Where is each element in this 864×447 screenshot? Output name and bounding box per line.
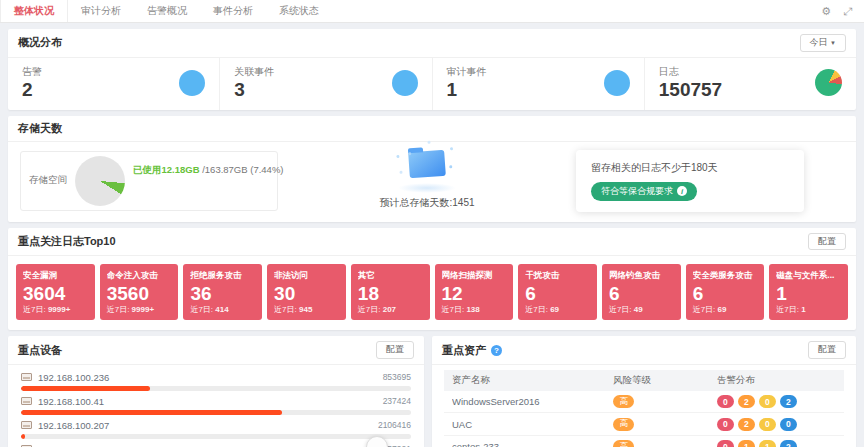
assets-title: 重点资产 (442, 343, 486, 358)
help-icon[interactable]: ? (491, 345, 502, 356)
tab-audit-analysis[interactable]: 审计分析 (68, 0, 134, 22)
log-type-name: 网络扫描探测 (442, 270, 507, 282)
top10-logs-card: 重点关注日志Top10 配置 安全漏洞 3604 近7日: 9999+ 命令注入… (8, 228, 856, 331)
log-top-card[interactable]: 网络钓鱼攻击 6 近7日: 49 (602, 264, 681, 320)
device-bar-track (21, 410, 411, 415)
alarm-badge-high: 2 (738, 395, 755, 408)
column-alarm-distribution: 告警分布 (717, 374, 755, 387)
log-count: 18 (358, 284, 423, 303)
alarm-badge-high: 1 (738, 440, 755, 447)
recent-count: 49 (634, 305, 643, 314)
device-log-count: 237424 (383, 396, 411, 406)
devices-title: 重点设备 (18, 343, 62, 358)
recent-count: 138 (466, 305, 479, 314)
log-top-card[interactable]: 安全类服务攻击 6 近7日: 69 (686, 264, 765, 320)
asset-row: centos-233 高 0 1 1 2 (444, 436, 844, 447)
tab-overall-status[interactable]: 整体状况 (0, 0, 68, 22)
recent-label: 近7日: (358, 305, 381, 314)
chevron-down-icon: ▼ (830, 40, 836, 46)
alarm-badge-medium: 1 (759, 440, 776, 447)
nav-icons: ⚙ ⤢ (821, 0, 864, 22)
circle-icon (179, 70, 205, 96)
tab-label: 告警概况 (147, 4, 187, 18)
stat-correlated-events: 关联事件 3 (220, 58, 432, 110)
fullscreen-icon[interactable]: ⤢ (843, 6, 852, 17)
device-icon (21, 421, 32, 429)
stat-label: 告警 (22, 65, 42, 79)
overview-card: 概况分布 今日 ▼ 告警 2 关联事件 3 审计事件 (8, 29, 856, 110)
tab-label: 审计分析 (81, 4, 121, 18)
storage-card: 存储天数 存储空间 已使用12.18GB /163.87GB (7.44%) 预… (8, 116, 856, 222)
period-select[interactable]: 今日 ▼ (800, 34, 846, 52)
info-icon: i (677, 186, 687, 196)
log-top-card[interactable]: 命令注入攻击 3560 近7日: 9999+ (100, 264, 179, 320)
device-bar-fill (21, 410, 282, 415)
devices-header: 重点设备 配置 (8, 336, 424, 365)
alarm-badge-low: 2 (780, 440, 797, 447)
gear-icon[interactable]: ⚙ (821, 6, 831, 17)
recent-count: 945 (299, 305, 312, 314)
assets-table-header: 资产名称 风险等级 告警分布 (444, 370, 844, 391)
device-log-count: 2106416 (378, 420, 411, 430)
tab-event-analysis[interactable]: 事件分析 (200, 0, 266, 22)
device-bar-fill (21, 386, 150, 391)
compliance-badge[interactable]: 符合等保合规要求 i (591, 182, 697, 201)
storage-used-text: 已使用12.18GB (133, 164, 200, 175)
column-asset-name: 资产名称 (452, 374, 613, 387)
log-type-name: 命令注入攻击 (107, 270, 172, 282)
device-ip: 192.168.100.207 (38, 420, 109, 431)
top-nav: 整体状况 审计分析 告警概况 事件分析 系统状态 ⚙ ⤢ (0, 0, 864, 23)
log-count: 6 (525, 284, 590, 303)
alarm-badge-critical: 0 (717, 440, 734, 447)
bottom-row: 重点设备 配置 192.168.100.236 853695 192.168.1… (8, 336, 856, 447)
tab-alarm-overview[interactable]: 告警概况 (134, 0, 200, 22)
stat-alarms: 告警 2 (8, 58, 220, 110)
log-top-card[interactable]: 安全漏洞 3604 近7日: 9999+ (16, 264, 95, 320)
device-bar-fill (21, 434, 25, 439)
log-count: 3560 (107, 284, 172, 303)
log-type-name: 安全类服务攻击 (693, 270, 758, 282)
device-icon (21, 397, 32, 405)
stat-logs: 日志 150757 (645, 58, 856, 110)
recent-count: 414 (215, 305, 228, 314)
top10-config-button[interactable]: 配置 (808, 233, 846, 251)
log-count: 36 (190, 284, 255, 303)
tab-label: 整体状况 (14, 4, 54, 18)
log-pie-chart-icon (815, 69, 842, 96)
recent-label: 近7日: (776, 305, 799, 314)
recent-label: 近7日: (107, 305, 130, 314)
alarm-badge-medium: 0 (759, 395, 776, 408)
stat-value: 2 (22, 79, 42, 101)
tab-system-status[interactable]: 系统状态 (266, 0, 332, 22)
device-ip: 192.168.100.236 (38, 372, 109, 383)
recent-label: 近7日: (609, 305, 632, 314)
recent-count: 207 (383, 305, 396, 314)
stat-label: 日志 (659, 65, 722, 79)
overview-title: 概况分布 (18, 35, 62, 50)
log-top-card[interactable]: 非法访问 30 近7日: 945 (267, 264, 346, 320)
log-top-card[interactable]: 其它 18 近7日: 207 (351, 264, 430, 320)
overview-header: 概况分布 今日 ▼ (8, 29, 856, 58)
recent-label: 近7日: (693, 305, 716, 314)
top10-header: 重点关注日志Top10 配置 (8, 228, 856, 257)
log-top-card[interactable]: 干扰攻击 6 近7日: 69 (518, 264, 597, 320)
storage-title: 存储天数 (18, 121, 62, 136)
overview-stats: 告警 2 关联事件 3 审计事件 1 (8, 58, 856, 110)
log-type-name: 安全漏洞 (23, 270, 88, 282)
log-top-card[interactable]: 拒绝服务攻击 36 近7日: 414 (183, 264, 262, 320)
risk-badge: 高 (613, 395, 634, 408)
device-bar-track (21, 386, 411, 391)
log-top-card[interactable]: 网络扫描探测 12 近7日: 138 (435, 264, 514, 320)
tab-label: 系统状态 (279, 4, 319, 18)
asset-row: WindowsServer2016 高 0 2 0 2 (444, 391, 844, 414)
compliance-notice-text: 留存相关的日志不少于180天 (591, 161, 789, 175)
storage-total-text: /163.87GB (7.44%) (202, 164, 283, 175)
key-assets-card: 重点资产 ? 配置 资产名称 风险等级 告警分布 WindowsServer20… (432, 336, 856, 447)
assets-header: 重点资产 ? 配置 (432, 336, 856, 365)
recent-count: 9999+ (132, 305, 154, 314)
devices-config-button[interactable]: 配置 (376, 341, 414, 359)
assets-config-button[interactable]: 配置 (808, 341, 846, 359)
log-top-card[interactable]: 磁盘与文件系... 1 近7日: 1 (769, 264, 848, 320)
period-label: 今日 (810, 37, 828, 47)
storage-days-block: 预计总存储天数:1451 (278, 151, 576, 210)
